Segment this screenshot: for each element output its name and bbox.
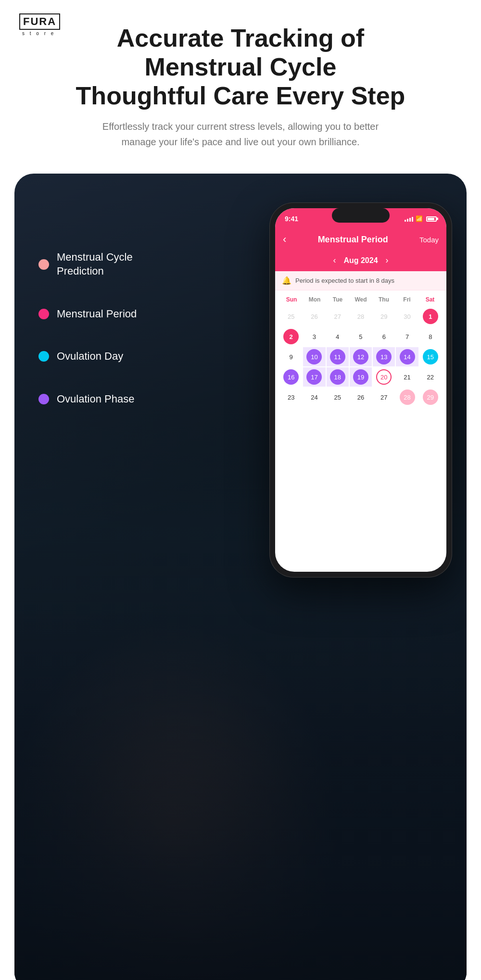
menstrual-period-dot: [38, 309, 49, 319]
cal-header-fri: Fri: [395, 294, 418, 305]
legend-container: Menstrual CyclePrediction Menstrual Peri…: [38, 251, 137, 406]
phone-screen: 9:41 📶: [275, 208, 446, 572]
cal-day-12: 12: [353, 349, 368, 364]
battery-icon: [426, 216, 437, 222]
cal-cell-9[interactable]: 9: [280, 347, 302, 366]
cal-cell-4[interactable]: 4: [327, 327, 349, 346]
cal-cell-29[interactable]: 29: [419, 388, 442, 407]
cal-cell-12[interactable]: 12: [350, 347, 372, 366]
next-month-button[interactable]: ›: [386, 255, 389, 265]
cal-cell-22[interactable]: 22: [419, 367, 442, 387]
cal-day-8: 8: [423, 329, 438, 344]
header-section: FURA s t o r e Accurate Tracking of Mens…: [0, 0, 481, 159]
cal-day-28-prev: 28: [353, 309, 368, 324]
cal-day-23: 23: [283, 389, 299, 405]
signal-bar-2: [407, 219, 408, 222]
cal-cell-14[interactable]: 14: [396, 347, 418, 366]
phone-notch: [332, 208, 390, 223]
cal-cell-24[interactable]: 24: [303, 388, 325, 407]
cal-cell-23[interactable]: 23: [280, 388, 302, 407]
battery-fill: [428, 218, 434, 220]
dark-overlay: [14, 606, 467, 980]
cal-header-sun: Sun: [280, 294, 303, 305]
cal-day-29: 29: [423, 389, 438, 405]
legend-label-menstrual-prediction: Menstrual CyclePrediction: [57, 251, 133, 278]
cal-cell-17[interactable]: 17: [303, 367, 325, 387]
cal-header-mon: Mon: [303, 294, 326, 305]
cal-cell-20[interactable]: 20: [373, 367, 395, 387]
cal-cell-28-prev[interactable]: 28: [350, 307, 372, 326]
cal-day-25-prev: 25: [283, 309, 299, 324]
phone-frame: 9:41 📶: [269, 202, 452, 578]
cal-cell-16[interactable]: 16: [280, 367, 302, 387]
logo-store: s t o r e: [22, 31, 55, 36]
cal-day-16: 16: [283, 369, 299, 385]
cal-cell-18[interactable]: 18: [327, 367, 349, 387]
legend-label-menstrual-period: Menstrual Period: [57, 307, 137, 321]
cal-cell-25[interactable]: 25: [327, 388, 349, 407]
cal-day-30-prev: 30: [400, 309, 415, 324]
cal-day-26-prev: 26: [306, 309, 322, 324]
cal-cell-7[interactable]: 7: [396, 327, 418, 346]
cal-cell-25-prev[interactable]: 25: [280, 307, 302, 326]
cal-day-27: 27: [376, 389, 392, 405]
status-icons: 📶: [405, 215, 437, 222]
cal-cell-26[interactable]: 26: [350, 388, 372, 407]
prev-month-button[interactable]: ‹: [333, 255, 336, 265]
calendar-header: Sun Mon Tue Wed Thu Fri Sat: [280, 294, 442, 305]
cal-cell-27[interactable]: 27: [373, 388, 395, 407]
cal-cell-1[interactable]: 1: [419, 307, 442, 326]
cal-cell-5[interactable]: 5: [350, 327, 372, 346]
cal-header-thu: Thu: [372, 294, 395, 305]
cal-day-4: 4: [330, 329, 345, 344]
cal-day-2: 2: [283, 329, 299, 344]
status-time: 9:41: [285, 215, 298, 223]
cal-cell-29-prev[interactable]: 29: [373, 307, 395, 326]
cal-header-wed: Wed: [349, 294, 372, 305]
cal-cell-19[interactable]: 19: [350, 367, 372, 387]
cal-cell-2[interactable]: 2: [280, 327, 302, 346]
signal-bar-3: [409, 218, 411, 222]
app-header: ‹ Menstrual Period Today: [275, 229, 446, 252]
cal-cell-3[interactable]: 3: [303, 327, 325, 346]
cal-cell-28[interactable]: 28: [396, 388, 418, 407]
cal-day-26: 26: [353, 389, 368, 405]
cal-cell-10[interactable]: 10: [303, 347, 325, 366]
logo-fura: FURA: [19, 13, 60, 30]
cal-day-5: 5: [353, 329, 368, 344]
cal-day-6: 6: [376, 329, 392, 344]
cal-cell-21[interactable]: 21: [396, 367, 418, 387]
calendar-grid: 25 26 27 28 29 30 1 2 3 4 5 6 7: [280, 307, 442, 407]
month-nav: ‹ Aug 2024 ›: [275, 252, 446, 271]
phone-mockup: 9:41 📶: [269, 202, 452, 578]
legend-item-ovulation-phase: Ovulation Phase: [38, 392, 137, 406]
cal-cell-27-prev[interactable]: 27: [327, 307, 349, 326]
logo: FURA s t o r e: [19, 13, 60, 36]
cal-day-25: 25: [330, 389, 345, 405]
signal-bar-1: [405, 220, 406, 222]
cal-day-3: 3: [306, 329, 322, 344]
cal-cell-30-prev[interactable]: 30: [396, 307, 418, 326]
cal-cell-6[interactable]: 6: [373, 327, 395, 346]
notification-bar: 🔔 Period is expected to start in 8 days: [275, 271, 446, 290]
month-label: Aug 2024: [343, 256, 378, 265]
page-title: Accurate Tracking of Menstrual Cycle Tho…: [19, 19, 462, 110]
cal-day-18: 18: [330, 369, 345, 385]
menstrual-prediction-dot: [38, 259, 49, 270]
back-button[interactable]: ‹: [283, 233, 286, 246]
cal-day-27-prev: 27: [330, 309, 345, 324]
cal-cell-11[interactable]: 11: [327, 347, 349, 366]
today-button[interactable]: Today: [419, 236, 439, 244]
cal-day-11: 11: [330, 349, 345, 364]
cal-cell-26-prev[interactable]: 26: [303, 307, 325, 326]
cal-cell-13[interactable]: 13: [373, 347, 395, 366]
cal-day-9: 9: [283, 349, 299, 364]
cal-header-tue: Tue: [326, 294, 349, 305]
cal-cell-15[interactable]: 15: [419, 347, 442, 366]
cal-cell-8[interactable]: 8: [419, 327, 442, 346]
signal-bars-icon: [405, 216, 413, 222]
legend-item-menstrual-prediction: Menstrual CyclePrediction: [38, 251, 137, 278]
notification-text: Period is expected to start in 8 days: [295, 277, 394, 284]
cal-day-7: 7: [400, 329, 415, 344]
notification-icon: 🔔: [282, 276, 291, 285]
